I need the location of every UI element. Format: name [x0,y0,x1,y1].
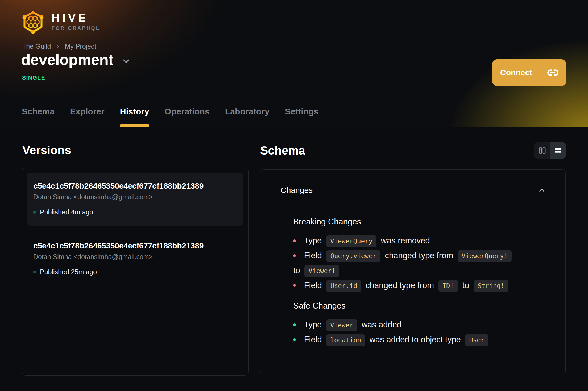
versions-list: c5e4c1c5f78b26465350e4ecf677cf188bb21389… [22,168,249,376]
change-text: Field [304,335,322,344]
tab-laboratory[interactable]: Laboratory [225,107,270,127]
view-toggle-group [534,142,566,159]
change-text: was added to object type [370,335,461,344]
connect-label: Connect [500,68,532,77]
tab-bar: Schema Explorer History Operations Labor… [22,107,318,127]
tab-operations[interactable]: Operations [165,107,210,127]
change-text: to [462,281,469,290]
change-item: Field Query.viewer changed type from Vie… [293,248,541,278]
code-chip: String! [474,280,508,292]
list-icon [554,147,562,155]
change-item: Type ViewerQuery was removed [293,234,541,248]
columns-diff-icon [538,147,546,155]
change-text: to [293,266,300,275]
change-item: Field location was added to object type … [293,332,541,347]
version-hash: c5e4c1c5f78b26465350e4ecf677cf188bb21389 [33,181,237,190]
tab-schema[interactable]: Schema [22,107,55,127]
changes-collapse-header[interactable]: Changes [260,170,565,195]
change-item: Field User.id changed type from ID! to S… [293,278,541,293]
change-text: was added [362,320,401,329]
breadcrumb-org[interactable]: The Guild [22,43,51,50]
brand-name: HIVE [52,13,100,24]
change-text: Field [304,281,322,290]
page-title: development [21,51,113,69]
link-icon [547,67,559,78]
header: HIVE FOR GRAPHQL The Guild My Project de… [0,0,588,127]
version-card[interactable]: c5e4c1c5f78b26465350e4ecf677cf188bb21389… [27,232,243,285]
safe-changes-title: Safe Changes [293,301,541,311]
version-status: Published 25m ago [40,268,97,276]
code-chip: User [465,334,488,346]
list-view-button[interactable] [550,142,566,159]
version-status: Published 4m ago [40,208,93,216]
changes-panel: Changes Breaking Changes Type ViewerQuer… [260,169,566,375]
chevron-up-icon [538,186,546,194]
breaking-changes-list: Type ViewerQuery was removed Field Query… [293,234,541,293]
change-text: Type [304,236,322,245]
code-chip: ViewerQuery! [458,250,512,262]
changes-title: Changes [281,186,313,195]
version-card[interactable]: c5e4c1c5f78b26465350e4ecf677cf188bb21389… [27,173,243,226]
main-content: Versions c5e4c1c5f78b26465350e4ecf677cf1… [0,128,588,391]
code-chip: ViewerQuery [326,235,376,247]
code-chip: User.id [326,280,361,292]
chevron-right-icon [55,44,60,49]
version-hash: c5e4c1c5f78b26465350e4ecf677cf188bb21389 [33,241,237,250]
target-mode-badge: SINGLE [22,74,45,81]
tab-settings[interactable]: Settings [285,107,318,127]
code-chip: location [326,334,365,346]
brand: HIVE FOR GRAPHQL [21,10,100,34]
published-dot [33,211,36,214]
brand-tagline: FOR GRAPHQL [52,26,100,31]
change-text: Field [304,251,322,260]
code-chip: Viewer [326,319,357,331]
versions-title: Versions [22,144,71,157]
version-author: Dotan Simha <dotansimha@gmail.com> [33,253,237,261]
change-text: Type [304,320,322,329]
chevron-down-icon[interactable] [121,56,131,66]
safe-changes-list: Type Viewer was added Field location was… [293,318,541,347]
change-text: was removed [381,236,430,245]
change-text: changed type from [385,251,453,260]
tab-explorer[interactable]: Explorer [70,107,105,127]
schema-title: Schema [260,144,305,157]
code-chip: Query.viewer [326,250,380,262]
connect-button[interactable]: Connect [492,59,566,86]
diff-view-button[interactable] [534,142,550,159]
change-text: changed type from [366,281,434,290]
tab-history[interactable]: History [120,107,149,127]
breadcrumb: The Guild My Project [22,43,96,50]
published-dot [33,271,36,273]
breadcrumb-project[interactable]: My Project [65,43,96,50]
breaking-changes-title: Breaking Changes [293,217,541,227]
code-chip: ID! [438,280,458,292]
version-author: Dotan Simha <dotansimha@gmail.com> [33,193,237,201]
code-chip: Viewer! [304,265,339,277]
change-item: Type Viewer was added [293,318,541,332]
hive-logo-icon [21,10,45,34]
